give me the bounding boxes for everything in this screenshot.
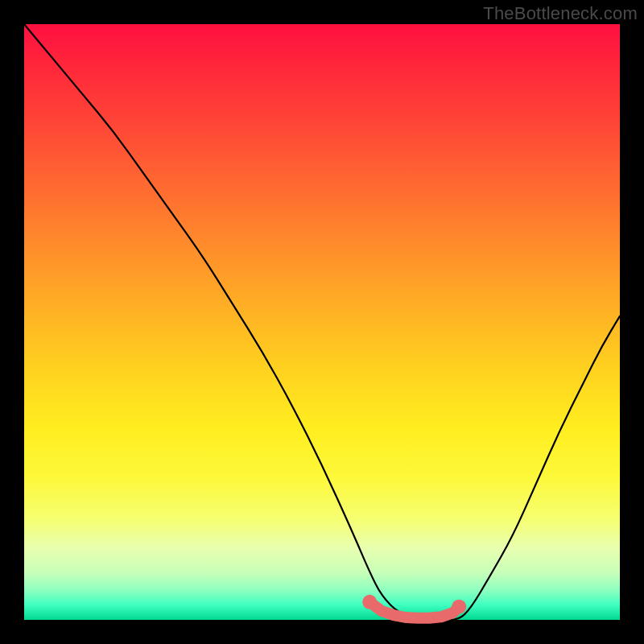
chart-svg bbox=[24, 24, 620, 620]
optimal-range-marker bbox=[362, 595, 377, 609]
optimal-range-marker bbox=[452, 600, 466, 614]
optimal-range-trail bbox=[369, 602, 459, 618]
optimal-range-markers bbox=[362, 595, 466, 618]
chart-frame: TheBottleneck.com bbox=[0, 0, 644, 644]
bottleneck-curve bbox=[24, 24, 620, 620]
watermark-text: TheBottleneck.com bbox=[483, 3, 638, 24]
